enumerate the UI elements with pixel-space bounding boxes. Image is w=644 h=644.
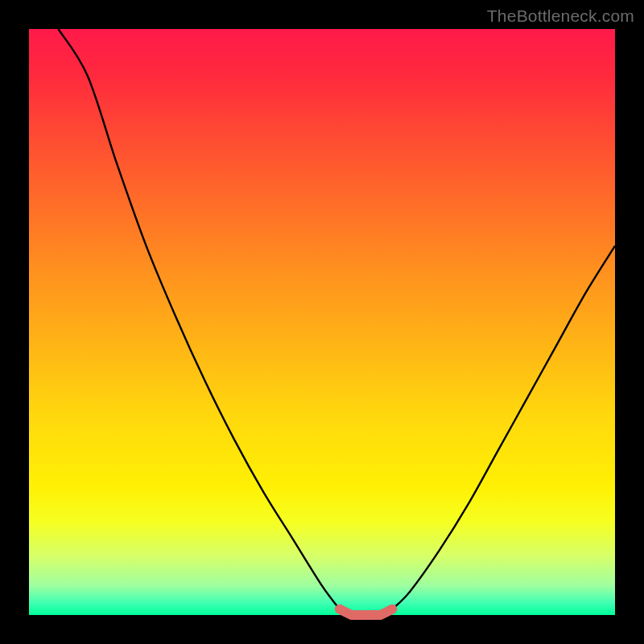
right-curve xyxy=(392,246,615,609)
curves-svg xyxy=(29,29,615,615)
plot-area xyxy=(29,29,615,615)
bottom-marker xyxy=(340,609,393,615)
left-curve xyxy=(58,29,339,609)
watermark-text: TheBottleneck.com xyxy=(487,6,634,26)
chart-frame: TheBottleneck.com xyxy=(0,0,644,644)
